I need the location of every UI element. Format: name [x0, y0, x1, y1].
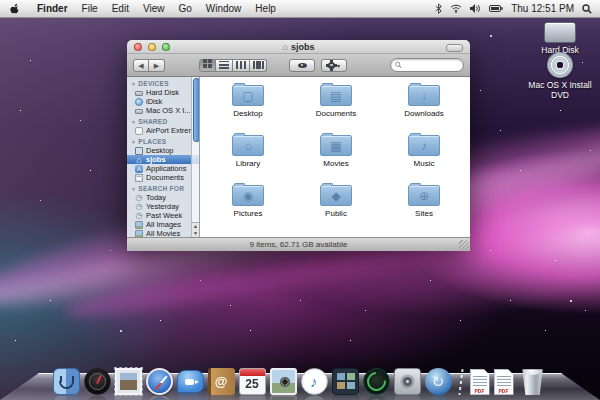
menu-file[interactable]: File — [75, 3, 105, 14]
sidebar-section-devices[interactable]: ▼DEVICES — [127, 79, 199, 88]
pdf-label: PDF — [473, 388, 487, 394]
sidebar-item-all-movies[interactable]: All Movies — [127, 229, 199, 237]
folder-movies[interactable]: ▦Movies — [292, 132, 380, 182]
sidebar-item-sjobs[interactable]: ⌂sjobs — [127, 155, 199, 164]
disclosure-triangle-icon[interactable]: ▼ — [131, 81, 136, 87]
scrollbar-steppers[interactable]: ▲▼ — [192, 222, 199, 237]
sidebar-item-hard-disk[interactable]: Hard Disk — [127, 88, 199, 97]
sidebar-item-all-images[interactable]: All Images — [127, 220, 199, 229]
coverflow-view-icon — [253, 61, 264, 69]
menu-window[interactable]: Window — [199, 3, 249, 14]
dock-system-preferences-icon[interactable] — [394, 368, 421, 395]
apple-menu[interactable] — [0, 2, 30, 15]
menu-bar: Finder File Edit View Go Window Help Thu… — [0, 0, 600, 18]
wifi-icon[interactable] — [450, 4, 462, 13]
sidebar-section-places[interactable]: ▼PLACES — [127, 137, 199, 146]
sidebar-scrollbar[interactable]: ▲▼ — [191, 77, 199, 237]
dock-spaces-icon[interactable] — [332, 368, 359, 395]
folder-public[interactable]: ◆Public — [292, 182, 380, 232]
disclosure-triangle-icon[interactable]: ▼ — [131, 119, 136, 125]
folder-label: Music — [414, 159, 435, 168]
dock-time-machine-icon[interactable] — [363, 368, 390, 395]
hard-disk-icon — [135, 91, 143, 96]
dock-address-book-icon[interactable]: @ — [208, 368, 235, 395]
dock-finder-icon[interactable] — [53, 368, 80, 395]
sidebar-item-idisk[interactable]: iDisk — [127, 97, 199, 106]
scrollbar-thumb[interactable] — [193, 78, 200, 142]
back-button[interactable]: ◀ — [133, 59, 149, 72]
dock-dashboard-icon[interactable] — [84, 368, 111, 395]
dock-itunes-icon[interactable]: ♪ — [301, 368, 328, 395]
search-input[interactable] — [402, 61, 459, 70]
disclosure-triangle-icon[interactable]: ▼ — [131, 139, 136, 145]
toolbar-toggle-button[interactable] — [446, 44, 463, 52]
dock-safari-icon[interactable] — [146, 368, 173, 395]
folder-downloads[interactable]: ↓Downloads — [380, 82, 468, 132]
dock-mail-icon[interactable] — [115, 368, 142, 395]
folder-documents[interactable]: ▤Documents — [292, 82, 380, 132]
sidebar-item-today[interactable]: ◷Today — [127, 193, 199, 202]
folder-icon: ▢ — [232, 85, 264, 106]
sidebar-section-search-for[interactable]: ▼SEARCH FOR — [127, 184, 199, 193]
resize-grip[interactable] — [459, 240, 469, 250]
folder-icon: ▦ — [320, 135, 352, 156]
coverflow-view-button[interactable] — [250, 59, 267, 72]
movies-icon — [135, 230, 143, 238]
calendar-date: 25 — [240, 376, 265, 392]
sidebar-item-yesterday[interactable]: ◷Yesterday — [127, 202, 199, 211]
dock-document-stack-2[interactable]: PDF — [494, 369, 514, 395]
bluetooth-icon[interactable] — [435, 3, 442, 14]
folder-music[interactable]: ♪Music — [380, 132, 468, 182]
library-glyph: ⌂ — [233, 136, 263, 155]
icon-view-button[interactable] — [199, 59, 216, 72]
search-field[interactable] — [390, 58, 464, 72]
sidebar-item-airport-extreme[interactable]: AirPort Extreme — [127, 126, 199, 135]
dock-trash-icon[interactable] — [518, 367, 548, 395]
column-view-button[interactable] — [233, 59, 250, 72]
dock-document-stack-1[interactable]: PDF — [470, 369, 490, 395]
folder-icon: ⊕ — [408, 185, 440, 206]
menu-bar-clock[interactable]: Thu 12:51 PM — [511, 3, 574, 14]
menu-finder[interactable]: Finder — [30, 3, 75, 14]
sidebar-item-documents[interactable]: Documents — [127, 173, 199, 182]
dock-ical-icon[interactable]: 25 — [239, 368, 266, 395]
dock-iphoto-icon[interactable] — [270, 368, 297, 395]
sidebar-item-desktop[interactable]: Desktop — [127, 146, 199, 155]
list-view-button[interactable] — [216, 59, 233, 72]
menu-edit[interactable]: Edit — [105, 3, 136, 14]
action-menu-button[interactable]: ▾ — [321, 59, 347, 72]
desktop-icon-hard-disk[interactable]: Hard Disk — [524, 22, 596, 55]
title-bar[interactable]: ⌂sjobs — [127, 40, 470, 54]
sidebar-section-shared[interactable]: ▼SHARED — [127, 117, 199, 126]
folder-icon: ↓ — [408, 85, 440, 106]
chevron-down-icon: ▾ — [337, 62, 340, 69]
desktop-icon-label: Mac OS X Install DVD — [524, 80, 596, 100]
menu-go[interactable]: Go — [171, 3, 198, 14]
forward-button[interactable]: ▶ — [149, 59, 165, 72]
folder-library[interactable]: ⌂Library — [204, 132, 292, 182]
folder-pictures[interactable]: ◉Pictures — [204, 182, 292, 232]
folder-sites[interactable]: ⊕Sites — [380, 182, 468, 232]
volume-icon[interactable] — [470, 4, 481, 13]
at-sign-glyph: @ — [215, 374, 228, 389]
disc-icon — [135, 109, 143, 114]
folder-desktop[interactable]: ▢Desktop — [204, 82, 292, 132]
quick-look-button[interactable] — [289, 59, 315, 72]
sidebar-item-macosx-dvd[interactable]: Mac OS X I... — [127, 106, 199, 115]
dock-sync-icon[interactable]: ↻ — [425, 368, 452, 395]
finder-window: ⌂sjobs ◀ ▶ ▾ ▼DEVICES Har — [127, 40, 470, 248]
spotlight-icon[interactable] — [582, 4, 592, 14]
clock-icon: ◷ — [135, 203, 143, 211]
sidebar-item-past-week[interactable]: ◷Past Week — [127, 211, 199, 220]
disclosure-triangle-icon[interactable]: ▼ — [131, 186, 136, 192]
search-icon — [395, 61, 402, 69]
battery-icon[interactable] — [489, 5, 503, 13]
menu-help[interactable]: Help — [248, 3, 283, 14]
menu-view[interactable]: View — [136, 3, 172, 14]
dock-ichat-icon[interactable] — [177, 370, 204, 393]
folder-icon: ◉ — [232, 185, 264, 206]
folder-label: Library — [236, 159, 260, 168]
eye-icon — [298, 63, 307, 68]
sidebar-item-applications[interactable]: AApplications — [127, 164, 199, 173]
desktop-icon-install-dvd[interactable]: Mac OS X Install DVD — [524, 52, 596, 100]
